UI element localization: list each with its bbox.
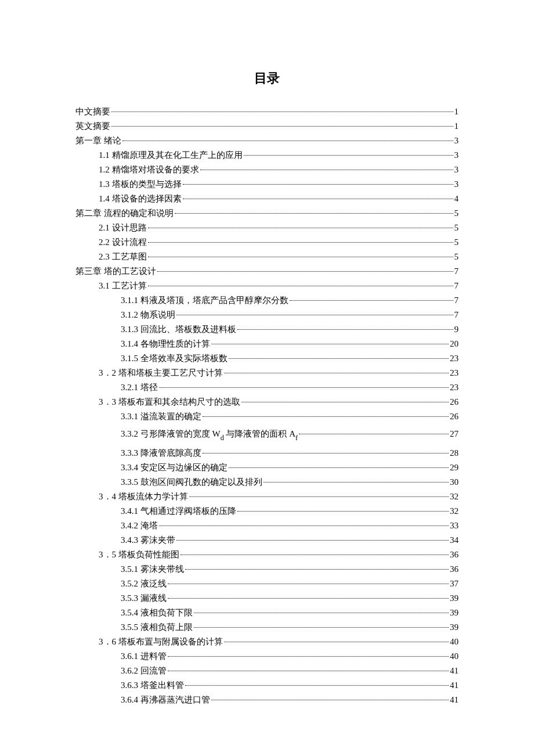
table-of-contents: 中文摘要1英文摘要1第一章 绪论31.1 精馏原理及其在化工生产上的应用31.2…: [75, 105, 459, 707]
toc-leader-dots: [168, 598, 449, 599]
toc-entry: 第一章 绪论3: [75, 134, 459, 147]
toc-entry-page: 30: [450, 475, 459, 489]
toc-entry-label: 1.2 精馏塔对塔设备的要求: [99, 163, 199, 177]
toc-entry-page: 23: [450, 366, 459, 380]
toc-entry: 3.4.1 气相通过浮阀塔板的压降32: [121, 504, 459, 518]
toc-entry: 2.2 设计流程5: [99, 235, 459, 249]
toc-entry-page: 7: [454, 293, 459, 307]
toc-entry-label: 3.5.1 雾沫夹带线: [121, 562, 184, 576]
toc-entry: 3.1.1 料液及塔顶，塔底产品含甲醇摩尔分数7: [121, 293, 459, 307]
toc-entry-page: 9: [454, 322, 459, 336]
toc-entry-page: 3: [454, 163, 459, 177]
toc-leader-dots: [211, 700, 449, 700]
toc-entry-page: 36: [450, 562, 459, 576]
toc-entry: 3.5.4 液相负荷下限39: [121, 606, 459, 620]
toc-entry: 3．6 塔板布置与附属设备的计算40: [99, 635, 459, 649]
toc-leader-dots: [168, 671, 449, 671]
toc-entry-label: 3．2 塔和塔板主要工艺尺寸计算: [99, 366, 223, 380]
toc-entry: 3．4 塔板流体力学计算32: [99, 489, 459, 503]
toc-entry-label: 3．3 塔板布置和其余结构尺寸的选取: [99, 395, 240, 409]
toc-entry: 第二章 流程的确定和说明5: [75, 206, 459, 220]
toc-entry: 3．3 塔板布置和其余结构尺寸的选取26: [99, 395, 459, 409]
toc-entry: 3.1.5 全塔效率及实际塔板数23: [121, 351, 459, 365]
toc-entry-label: 3.3.5 鼓泡区间阀孔数的确定以及排列: [121, 475, 262, 489]
toc-leader-dots: [237, 511, 449, 512]
toc-entry: 3.6.2 回流管41: [121, 664, 459, 678]
toc-entry-label: 3.4.3 雾沫夹带: [121, 533, 175, 547]
toc-entry-label: 3.6.2 回流管: [121, 664, 167, 678]
toc-entry-page: 39: [450, 606, 459, 620]
toc-entry-label: 3.2.1 塔径: [121, 380, 158, 394]
toc-leader-dots: [224, 642, 449, 642]
toc-leader-dots: [194, 613, 449, 613]
toc-entry-page: 36: [450, 548, 459, 561]
toc-entry-label: 3.5.2 液泛线: [121, 577, 167, 591]
toc-entry: 3.5.2 液泛线37: [121, 577, 459, 591]
toc-entry: 3.3.2 弓形降液管的宽度 Wd 与降液管的面积 Af 27: [121, 427, 459, 442]
toc-leader-dots: [200, 170, 453, 170]
toc-entry-label: 3.5.4 液相负荷下限: [121, 606, 193, 620]
toc-leader-dots: [203, 453, 449, 453]
toc-leader-dots: [194, 627, 449, 628]
toc-entry-label: 3．5 塔板负荷性能图: [99, 548, 179, 561]
toc-entry-label: 2.1 设计思路: [99, 221, 147, 235]
toc-entry-page: 39: [450, 591, 459, 605]
toc-entry: 1.4 塔设备的选择因素4: [99, 192, 459, 206]
toc-leader-dots: [211, 344, 449, 344]
toc-entry-label: 第三章 塔的工艺设计: [75, 264, 156, 278]
toc-leader-dots: [159, 525, 449, 526]
toc-entry-label: 3.4.2 淹塔: [121, 519, 158, 532]
toc-leader-dots: [290, 300, 453, 301]
toc-entry-label: 3.3.4 安定区与边缘区的确定: [121, 460, 228, 474]
toc-entry-page: 34: [450, 533, 459, 547]
toc-entry: 第三章 塔的工艺设计7: [75, 264, 459, 278]
toc-entry: 3．5 塔板负荷性能图36: [99, 548, 459, 561]
toc-entry-page: 41: [450, 693, 459, 707]
toc-entry-label: 3.5.3 漏液线: [121, 591, 167, 605]
toc-entry-page: 26: [450, 395, 459, 409]
toc-entry-page: 23: [450, 380, 459, 394]
toc-entry: 中文摘要1: [75, 105, 459, 118]
toc-leader-dots: [229, 467, 449, 468]
toc-entry: 英文摘要1: [75, 119, 459, 133]
toc-entry-label: 第二章 流程的确定和说明: [75, 206, 174, 220]
toc-entry-label: 3.1.1 料液及塔顶，塔底产品含甲醇摩尔分数: [121, 293, 288, 307]
toc-entry: 3.1.3 回流比、塔板数及进料板9: [121, 322, 459, 336]
toc-entry-page: 1: [454, 105, 459, 118]
toc-entry-label: 3.3.2 弓形降液管的宽度 Wd 与降液管的面积 Af: [121, 427, 298, 442]
toc-leader-dots: [185, 569, 449, 570]
toc-leader-dots: [264, 482, 449, 483]
toc-leader-dots: [181, 555, 449, 555]
toc-leader-dots: [111, 126, 453, 127]
toc-entry-label: 3.1.3 回流比、塔板数及进料板: [121, 322, 236, 336]
toc-leader-dots: [189, 496, 449, 497]
toc-entry-label: 3.1.2 物系说明: [121, 308, 175, 322]
toc-entry-label: 2.3 工艺草图: [99, 250, 147, 264]
toc-leader-dots: [148, 257, 453, 257]
toc-entry-page: 41: [450, 678, 459, 692]
toc-entry: 3．2 塔和塔板主要工艺尺寸计算23: [99, 366, 459, 380]
toc-entry: 2.1 设计思路5: [99, 221, 459, 235]
toc-entry: 2.3 工艺草图5: [99, 250, 459, 264]
toc-leader-dots: [148, 286, 453, 286]
toc-leader-dots: [244, 155, 453, 156]
toc-entry-page: 20: [450, 337, 459, 351]
toc-entry: 3.3.5 鼓泡区间阀孔数的确定以及排列30: [121, 475, 459, 489]
toc-leader-dots: [159, 387, 449, 388]
toc-entry: 3.3.4 安定区与边缘区的确定29: [121, 460, 459, 474]
toc-entry: 1.1 精馏原理及其在化工生产上的应用3: [99, 148, 459, 162]
toc-leader-dots: [168, 656, 449, 657]
toc-entry-label: 3.3.3 降液管底隙高度: [121, 446, 201, 460]
toc-entry: 3.1.4 各物理性质的计算20: [121, 337, 459, 351]
toc-entry-page: 7: [454, 308, 459, 322]
toc-leader-dots: [183, 199, 453, 199]
toc-entry-page: 23: [450, 351, 459, 365]
toc-leader-dots: [237, 329, 453, 330]
toc-entry: 3.6.4 再沸器蒸汽进口管41: [121, 693, 459, 707]
toc-entry-page: 33: [450, 519, 459, 532]
toc-entry-label: 1.4 塔设备的选择因素: [99, 192, 182, 206]
toc-entry-page: 39: [450, 620, 459, 634]
toc-entry: 1.3 塔板的类型与选择3: [99, 177, 459, 191]
toc-entry-page: 40: [450, 635, 459, 649]
toc-leader-dots: [176, 540, 449, 541]
